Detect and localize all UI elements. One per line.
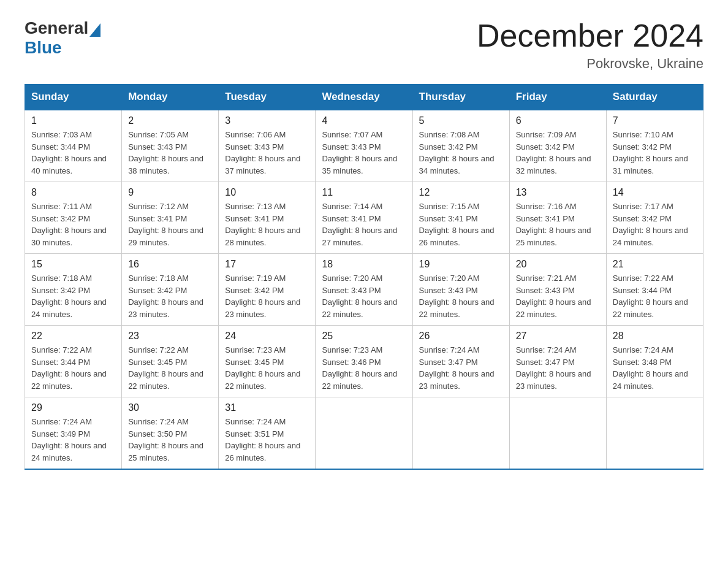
day-info: Sunrise: 7:07 AMSunset: 3:43 PMDaylight:… [322,129,406,177]
calendar-cell: 6Sunrise: 7:09 AMSunset: 3:42 PMDaylight… [509,110,606,182]
calendar-week-row: 15Sunrise: 7:18 AMSunset: 3:42 PMDayligh… [25,254,703,326]
day-number: 19 [419,259,503,270]
day-number: 1 [31,115,115,126]
title-area: December 2024 Pokrovske, Ukraine [477,18,703,72]
calendar-cell: 12Sunrise: 7:15 AMSunset: 3:41 PMDayligh… [412,182,509,254]
calendar-cell: 2Sunrise: 7:05 AMSunset: 3:43 PMDaylight… [122,110,219,182]
day-number: 11 [322,187,406,198]
logo-blue-text: Blue [25,38,62,57]
month-year-title: December 2024 [477,18,703,53]
day-number: 12 [419,187,503,198]
day-number: 2 [128,115,212,126]
day-number: 23 [128,331,212,342]
day-info: Sunrise: 7:15 AMSunset: 3:41 PMDaylight:… [419,201,503,248]
calendar-week-row: 22Sunrise: 7:22 AMSunset: 3:44 PMDayligh… [25,326,703,397]
day-info: Sunrise: 7:24 AMSunset: 3:47 PMDaylight:… [516,344,600,392]
day-info: Sunrise: 7:20 AMSunset: 3:43 PMDaylight:… [419,272,503,320]
calendar-cell: 27Sunrise: 7:24 AMSunset: 3:47 PMDayligh… [509,326,606,397]
logo-general-text: General [25,18,88,38]
day-number: 22 [31,331,115,342]
calendar-week-row: 1Sunrise: 7:03 AMSunset: 3:44 PMDaylight… [25,110,703,182]
calendar-cell: 10Sunrise: 7:13 AMSunset: 3:41 PMDayligh… [219,182,316,254]
calendar-cell: 22Sunrise: 7:22 AMSunset: 3:44 PMDayligh… [25,326,122,397]
calendar-cell: 4Sunrise: 7:07 AMSunset: 3:43 PMDaylight… [316,110,412,182]
day-info: Sunrise: 7:16 AMSunset: 3:41 PMDaylight:… [516,201,600,248]
calendar-cell [316,397,412,470]
day-number: 10 [225,187,309,198]
header-friday: Friday [509,85,606,110]
day-number: 15 [31,259,115,270]
day-info: Sunrise: 7:23 AMSunset: 3:45 PMDaylight:… [225,344,309,392]
day-info: Sunrise: 7:19 AMSunset: 3:42 PMDaylight:… [225,272,309,320]
day-number: 26 [419,331,503,342]
day-number: 3 [225,115,309,126]
day-number: 24 [225,331,309,342]
day-info: Sunrise: 7:21 AMSunset: 3:43 PMDaylight:… [516,272,600,320]
calendar-cell [606,397,703,470]
header-saturday: Saturday [606,85,703,110]
calendar-cell: 24Sunrise: 7:23 AMSunset: 3:45 PMDayligh… [219,326,316,397]
day-info: Sunrise: 7:13 AMSunset: 3:41 PMDaylight:… [225,201,309,248]
day-info: Sunrise: 7:11 AMSunset: 3:42 PMDaylight:… [31,201,115,248]
day-number: 9 [128,187,212,198]
day-info: Sunrise: 7:24 AMSunset: 3:47 PMDaylight:… [419,344,503,392]
logo: General Blue [25,18,100,58]
calendar-cell: 11Sunrise: 7:14 AMSunset: 3:41 PMDayligh… [316,182,412,254]
day-number: 4 [322,115,406,126]
day-info: Sunrise: 7:12 AMSunset: 3:41 PMDaylight:… [128,201,212,248]
calendar-week-row: 8Sunrise: 7:11 AMSunset: 3:42 PMDaylight… [25,182,703,254]
day-info: Sunrise: 7:22 AMSunset: 3:44 PMDaylight:… [613,272,697,320]
calendar-cell: 23Sunrise: 7:22 AMSunset: 3:45 PMDayligh… [122,326,219,397]
day-info: Sunrise: 7:22 AMSunset: 3:44 PMDaylight:… [31,344,115,392]
day-info: Sunrise: 7:09 AMSunset: 3:42 PMDaylight:… [516,129,600,177]
calendar-cell: 5Sunrise: 7:08 AMSunset: 3:42 PMDaylight… [412,110,509,182]
calendar-cell: 8Sunrise: 7:11 AMSunset: 3:42 PMDaylight… [25,182,122,254]
header-wednesday: Wednesday [316,85,412,110]
day-info: Sunrise: 7:18 AMSunset: 3:42 PMDaylight:… [31,272,115,320]
calendar-cell: 1Sunrise: 7:03 AMSunset: 3:44 PMDaylight… [25,110,122,182]
calendar-header-row: SundayMondayTuesdayWednesdayThursdayFrid… [25,85,703,110]
day-number: 17 [225,259,309,270]
day-number: 20 [516,259,600,270]
calendar-cell: 26Sunrise: 7:24 AMSunset: 3:47 PMDayligh… [412,326,509,397]
calendar-cell: 18Sunrise: 7:20 AMSunset: 3:43 PMDayligh… [316,254,412,326]
calendar-cell: 25Sunrise: 7:23 AMSunset: 3:46 PMDayligh… [316,326,412,397]
day-info: Sunrise: 7:10 AMSunset: 3:42 PMDaylight:… [613,129,697,177]
day-info: Sunrise: 7:06 AMSunset: 3:43 PMDaylight:… [225,129,309,177]
day-number: 6 [516,115,600,126]
day-number: 28 [613,331,697,342]
calendar-table: SundayMondayTuesdayWednesdayThursdayFrid… [25,84,703,470]
calendar-cell: 17Sunrise: 7:19 AMSunset: 3:42 PMDayligh… [219,254,316,326]
calendar-cell: 15Sunrise: 7:18 AMSunset: 3:42 PMDayligh… [25,254,122,326]
day-number: 5 [419,115,503,126]
calendar-cell: 30Sunrise: 7:24 AMSunset: 3:50 PMDayligh… [122,397,219,470]
header-tuesday: Tuesday [219,85,316,110]
day-info: Sunrise: 7:14 AMSunset: 3:41 PMDaylight:… [322,201,406,248]
calendar-cell: 3Sunrise: 7:06 AMSunset: 3:43 PMDaylight… [219,110,316,182]
calendar-cell: 20Sunrise: 7:21 AMSunset: 3:43 PMDayligh… [509,254,606,326]
header-monday: Monday [122,85,219,110]
calendar-week-row: 29Sunrise: 7:24 AMSunset: 3:49 PMDayligh… [25,397,703,470]
day-info: Sunrise: 7:24 AMSunset: 3:48 PMDaylight:… [613,344,697,392]
day-number: 31 [225,402,309,413]
calendar-cell: 7Sunrise: 7:10 AMSunset: 3:42 PMDaylight… [606,110,703,182]
day-info: Sunrise: 7:08 AMSunset: 3:42 PMDaylight:… [419,129,503,177]
calendar-cell: 29Sunrise: 7:24 AMSunset: 3:49 PMDayligh… [25,397,122,470]
day-info: Sunrise: 7:24 AMSunset: 3:51 PMDaylight:… [225,416,309,464]
calendar-cell: 16Sunrise: 7:18 AMSunset: 3:42 PMDayligh… [122,254,219,326]
day-info: Sunrise: 7:24 AMSunset: 3:49 PMDaylight:… [31,416,115,464]
day-number: 18 [322,259,406,270]
calendar-cell: 14Sunrise: 7:17 AMSunset: 3:42 PMDayligh… [606,182,703,254]
day-number: 8 [31,187,115,198]
day-number: 13 [516,187,600,198]
calendar-cell: 21Sunrise: 7:22 AMSunset: 3:44 PMDayligh… [606,254,703,326]
day-info: Sunrise: 7:18 AMSunset: 3:42 PMDaylight:… [128,272,212,320]
day-info: Sunrise: 7:05 AMSunset: 3:43 PMDaylight:… [128,129,212,177]
day-info: Sunrise: 7:17 AMSunset: 3:42 PMDaylight:… [613,201,697,248]
day-number: 29 [31,402,115,413]
calendar-cell [412,397,509,470]
logo-triangle-icon [89,23,100,37]
location-subtitle: Pokrovske, Ukraine [477,56,703,72]
day-info: Sunrise: 7:20 AMSunset: 3:43 PMDaylight:… [322,272,406,320]
day-number: 21 [613,259,697,270]
